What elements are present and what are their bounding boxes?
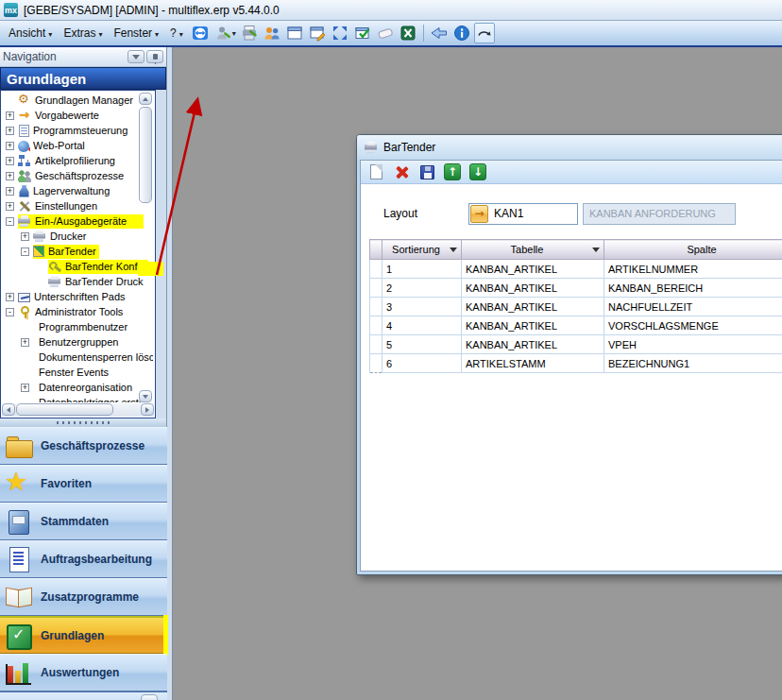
undo-icon[interactable]	[474, 23, 495, 43]
column-header-spalte[interactable]: Spalte	[604, 240, 782, 260]
scroll-right-button[interactable]	[141, 403, 154, 416]
dialog-title: BarTender	[383, 141, 435, 154]
tree-item-web-portal[interactable]: Web-Portal	[3, 138, 153, 153]
expand-icon[interactable]	[6, 187, 14, 196]
expand-icon[interactable]	[21, 338, 29, 347]
tree-item-lagerverwaltung[interactable]: Lagerverwaltung	[3, 183, 153, 198]
printer-config-icon[interactable]	[239, 23, 260, 43]
back-icon[interactable]	[429, 23, 450, 43]
dropdown-arrow-icon[interactable]: ▾	[232, 29, 236, 38]
tree-item-datenbanktrigger[interactable]: Datenbanktrigger erstell	[3, 395, 153, 402]
pin-icon[interactable]	[146, 50, 163, 63]
fullscreen-icon[interactable]	[330, 23, 350, 43]
scroll-up-button[interactable]	[139, 93, 152, 105]
row-indicator[interactable]	[370, 260, 382, 279]
tree-item-bartender-druck[interactable]: BarTender Druck	[3, 274, 153, 289]
tree-item-benutzergruppen[interactable]: Benutzergruppen	[3, 334, 153, 350]
save-icon[interactable]	[416, 162, 437, 182]
sidebar-section-auftragsbearbeitung[interactable]: Auftragsbearbeitung	[0, 540, 167, 578]
expand-icon[interactable]	[6, 127, 14, 135]
sidebar-section-geschaeftsprozesse[interactable]: Geschäftsprozesse	[0, 427, 167, 465]
sidebar-section-favoriten[interactable]: Favoriten	[0, 465, 167, 503]
window-check-icon[interactable]	[352, 23, 373, 43]
sidebar-section-stammdaten[interactable]: Stammdaten	[0, 503, 167, 540]
info-icon[interactable]	[451, 23, 472, 43]
sidebar-section-zusatzprogramme[interactable]: Zusatzprogramme	[0, 578, 167, 616]
tree-item-bartender[interactable]: BarTender	[3, 244, 153, 259]
tree-item-einstellungen[interactable]: Einstellungen	[3, 198, 153, 213]
layout-code-input[interactable]: KAN1	[468, 203, 578, 225]
layout-lookup-button[interactable]	[470, 205, 488, 223]
window-icon[interactable]	[284, 23, 305, 43]
scroll-down-button[interactable]	[139, 390, 152, 402]
table-row[interactable]: 3KANBAN_ARTIKELNACHFUELLZEIT	[370, 298, 782, 316]
tree-item-unterschriften-pads[interactable]: Unterschriften Pads	[3, 289, 153, 304]
expand-icon[interactable]	[6, 111, 14, 120]
eraser-icon[interactable]	[375, 23, 396, 43]
tree-item-drucker[interactable]: Drucker	[3, 229, 153, 244]
dialog-titlebar[interactable]: BarTender	[357, 135, 782, 160]
menu-fenster[interactable]: Fenster	[108, 25, 164, 42]
table-row[interactable]: 2KANBAN_ARTIKELKANBAN_BEREICH	[370, 279, 782, 298]
table-row[interactable]: 4KANBAN_ARTIKELVORSCHLAGSMENGE	[370, 316, 782, 335]
sidebar-section-partial[interactable]	[0, 691, 167, 700]
delete-icon[interactable]	[391, 162, 412, 182]
window-edit-icon[interactable]	[307, 23, 328, 43]
vertical-scrollbar-thumb[interactable]	[139, 107, 152, 203]
users-icon[interactable]	[262, 23, 282, 43]
tree-item-geschaeftsprozesse[interactable]: Geschäftsprozesse	[3, 168, 153, 183]
chevron-down-icon[interactable]	[128, 50, 144, 63]
column-dropdown-icon[interactable]	[450, 248, 457, 256]
expand-icon[interactable]	[21, 232, 29, 241]
expand-icon[interactable]	[6, 202, 14, 211]
horizontal-scrollbar[interactable]	[2, 403, 154, 417]
sidebar-section-auswertungen[interactable]: Auswertungen	[0, 654, 167, 691]
menu-extras[interactable]: Extras	[58, 25, 108, 42]
horizontal-scrollbar-thumb[interactable]	[16, 403, 113, 416]
column-header-tabelle[interactable]: Tabelle	[462, 240, 604, 260]
row-indicator[interactable]	[370, 354, 382, 373]
expand-icon[interactable]	[6, 142, 14, 150]
tree-item-bartender-konfig[interactable]: BarTender Konfig	[3, 259, 153, 274]
row-indicator[interactable]	[370, 316, 382, 335]
user-config-icon[interactable]	[212, 23, 233, 43]
table-row[interactable]: 6ARTIKELSTAMMBEZEICHNUNG1	[370, 354, 782, 373]
expand-icon[interactable]	[6, 172, 14, 180]
tree-item-vorgabewerte[interactable]: Vorgabewerte	[3, 108, 153, 123]
collapse-icon[interactable]	[6, 308, 14, 316]
collapse-icon[interactable]	[21, 248, 29, 256]
panel-splitter[interactable]	[0, 418, 166, 427]
expand-icon[interactable]	[21, 384, 29, 392]
row-indicator[interactable]	[370, 298, 382, 316]
table-row[interactable]: 1KANBAN_ARTIKELARTIKELNUMMER	[370, 260, 782, 279]
row-indicator[interactable]	[370, 279, 382, 298]
tree-item-programmbenutzer[interactable]: Programmbenutzer	[3, 319, 153, 334]
row-indicator-header	[370, 240, 382, 260]
new-icon[interactable]	[366, 162, 386, 182]
star-icon	[5, 470, 33, 498]
tree-item-administrator-tools[interactable]: Administrator Tools	[3, 304, 153, 319]
tree-item-ein-ausgabegeraete[interactable]: Ein-/Ausgabegeräte	[3, 213, 153, 229]
menu-help[interactable]: ?	[164, 25, 189, 42]
expand-icon[interactable]	[6, 157, 14, 165]
sidebar-section-grundlagen[interactable]: Grundlagen	[0, 616, 167, 654]
collapse-icon[interactable]	[6, 217, 14, 226]
collapse-handle-icon[interactable]	[141, 694, 158, 700]
menu-ansicht[interactable]: Ansicht	[3, 25, 58, 42]
tree-item-fenster-events[interactable]: Fenster Events	[3, 365, 153, 380]
tree-item-artikelprofilierung[interactable]: Artikelprofilierung	[3, 153, 153, 168]
tree-item-datenreorganisation[interactable]: Datenreorganisation	[3, 380, 153, 395]
move-up-icon[interactable]	[442, 162, 463, 182]
row-indicator[interactable]	[370, 335, 382, 354]
teamviewer-icon[interactable]	[190, 23, 211, 43]
column-header-sortierung[interactable]: Sortierung	[382, 240, 462, 260]
tree-item-dokumentensperren[interactable]: Dokumentensperren lösc	[3, 350, 153, 365]
expand-icon[interactable]	[6, 293, 14, 301]
tree-item-programmsteuerung[interactable]: Programmsteuerung	[3, 123, 153, 138]
move-down-icon[interactable]	[468, 162, 488, 182]
column-dropdown-icon[interactable]	[592, 248, 600, 256]
tree-item-grundlagen-manager[interactable]: Grundlagen Manager	[3, 93, 153, 108]
excel-icon[interactable]	[398, 23, 418, 43]
table-row[interactable]: 5KANBAN_ARTIKELVPEH	[370, 335, 782, 354]
scroll-left-button[interactable]	[2, 403, 15, 416]
